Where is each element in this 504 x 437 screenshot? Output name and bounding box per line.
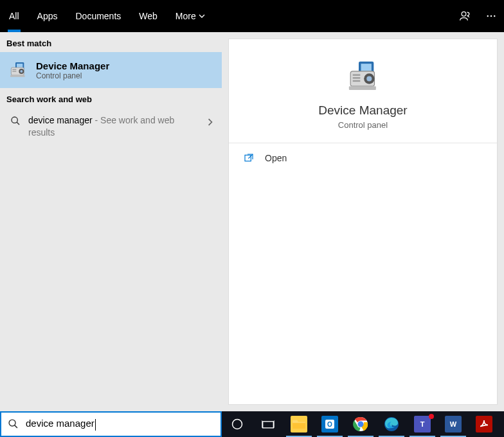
svg-rect-10: [12, 71, 16, 71]
svg-point-18: [366, 76, 372, 81]
svg-point-2: [491, 15, 492, 17]
taskbar-app-file-explorer[interactable]: [284, 411, 314, 437]
svg-rect-21: [352, 80, 360, 82]
search-query-text: device manager: [26, 418, 96, 430]
cortana-button[interactable]: [222, 411, 253, 437]
best-match-subtitle: Control panel: [36, 71, 109, 80]
search-icon: [10, 116, 22, 127]
svg-line-13: [17, 122, 19, 125]
open-icon: [243, 152, 255, 164]
svg-rect-15: [361, 64, 371, 71]
svg-point-8: [20, 70, 22, 73]
main-area: Best match Device Manager Control panel …: [0, 32, 504, 411]
taskbar-app-edge[interactable]: [376, 411, 407, 437]
svg-rect-30: [292, 423, 305, 429]
search-work-web-label: Search work and web: [0, 88, 222, 108]
svg-line-25: [15, 425, 17, 428]
task-view-button[interactable]: [253, 411, 284, 437]
detail-pane: Device Manager Control panel Open: [222, 32, 504, 411]
svg-rect-19: [352, 75, 360, 76]
web-result-text: device manager - See work and web result…: [28, 114, 214, 139]
tab-all[interactable]: All: [0, 0, 28, 32]
best-match-title: Device Manager: [36, 60, 109, 71]
search-icon: [8, 418, 19, 430]
svg-rect-27: [263, 422, 274, 428]
best-match-label: Best match: [0, 32, 222, 52]
search-input[interactable]: device manager: [0, 411, 222, 437]
more-options-icon[interactable]: [478, 0, 504, 32]
svg-rect-5: [17, 64, 22, 68]
svg-point-0: [462, 12, 466, 16]
svg-point-26: [233, 420, 242, 429]
svg-point-1: [487, 15, 489, 17]
detail-header: Device Manager Control panel: [229, 39, 497, 143]
device-manager-icon-large: [345, 58, 381, 94]
chevron-down-icon: [199, 13, 205, 19]
taskbar-app-word[interactable]: W: [438, 411, 469, 437]
tab-documents[interactable]: Documents: [66, 0, 130, 32]
device-manager-icon: [8, 60, 28, 80]
feedback-icon[interactable]: [453, 0, 478, 32]
results-pane: Best match Device Manager Control panel …: [0, 32, 222, 411]
tab-more[interactable]: More: [166, 0, 214, 32]
taskbar-app-chrome[interactable]: [345, 411, 376, 437]
taskbar: O T W: [222, 411, 504, 437]
svg-rect-22: [348, 86, 375, 90]
svg-rect-9: [12, 69, 16, 70]
best-match-result[interactable]: Device Manager Control panel: [0, 52, 222, 88]
svg-point-12: [12, 117, 17, 123]
detail-subtitle: Control panel: [235, 120, 491, 130]
detail-title: Device Manager: [235, 103, 491, 118]
detail-card: Device Manager Control panel Open: [228, 39, 498, 405]
taskbar-app-teams[interactable]: T: [407, 411, 438, 437]
web-result[interactable]: device manager - See work and web result…: [0, 108, 222, 145]
svg-rect-23: [245, 155, 251, 161]
open-action[interactable]: Open: [229, 143, 497, 173]
top-filter-bar: All Apps Documents Web More: [0, 0, 504, 32]
taskbar-app-acrobat[interactable]: [469, 411, 500, 437]
tab-web[interactable]: Web: [130, 0, 166, 32]
svg-point-3: [494, 15, 495, 17]
open-label: Open: [265, 153, 287, 163]
svg-rect-11: [10, 75, 25, 77]
svg-point-24: [9, 420, 15, 426]
chevron-right-icon[interactable]: [206, 117, 214, 129]
tab-apps[interactable]: Apps: [28, 0, 67, 32]
svg-rect-20: [352, 77, 360, 78]
taskbar-app-outlook[interactable]: O: [314, 411, 345, 437]
